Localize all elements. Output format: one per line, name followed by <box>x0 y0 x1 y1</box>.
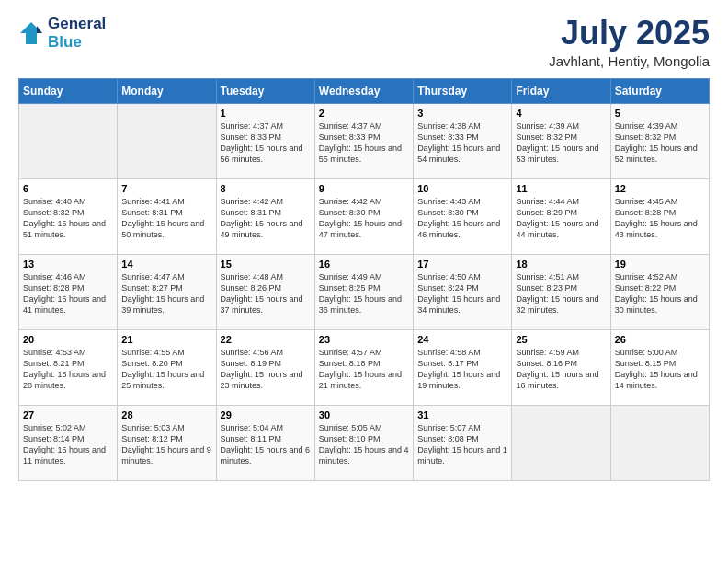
calendar-cell: 12Sunrise: 4:45 AMSunset: 8:28 PMDayligh… <box>610 178 709 254</box>
calendar-cell: 8Sunrise: 4:42 AMSunset: 8:31 PMDaylight… <box>216 178 314 254</box>
cell-info: Sunrise: 4:59 AMSunset: 8:16 PMDaylight:… <box>516 347 606 392</box>
cell-info: Sunrise: 5:00 AMSunset: 8:15 PMDaylight:… <box>615 347 705 392</box>
calendar-week-2: 6Sunrise: 4:40 AMSunset: 8:32 PMDaylight… <box>19 178 710 254</box>
day-number: 15 <box>221 259 311 270</box>
logo-text: General Blue <box>48 15 106 51</box>
calendar-cell: 22Sunrise: 4:56 AMSunset: 8:19 PMDayligh… <box>216 329 314 405</box>
calendar-cell: 27Sunrise: 5:02 AMSunset: 8:14 PMDayligh… <box>19 405 118 480</box>
calendar-cell: 1Sunrise: 4:37 AMSunset: 8:33 PMDaylight… <box>216 103 314 178</box>
day-number: 7 <box>121 183 211 194</box>
calendar-cell: 21Sunrise: 4:55 AMSunset: 8:20 PMDayligh… <box>118 329 216 405</box>
day-number: 18 <box>516 259 606 270</box>
day-number: 5 <box>615 108 705 119</box>
cell-info: Sunrise: 4:56 AMSunset: 8:19 PMDaylight:… <box>221 347 311 392</box>
month-title: July 2025 <box>549 15 710 52</box>
cell-info: Sunrise: 4:41 AMSunset: 8:31 PMDaylight:… <box>121 196 211 241</box>
day-header-sunday: Sunday <box>19 78 118 103</box>
day-number: 12 <box>615 183 705 194</box>
day-header-tuesday: Tuesday <box>216 78 314 103</box>
title-block: July 2025 Javhlant, Hentiy, Mongolia <box>549 15 710 69</box>
calendar-week-3: 13Sunrise: 4:46 AMSunset: 8:28 PMDayligh… <box>19 254 710 329</box>
day-number: 23 <box>319 334 409 345</box>
calendar-cell: 26Sunrise: 5:00 AMSunset: 8:15 PMDayligh… <box>610 329 709 405</box>
calendar-cell: 31Sunrise: 5:07 AMSunset: 8:08 PMDayligh… <box>414 405 512 480</box>
calendar-cell <box>118 103 216 178</box>
day-header-monday: Monday <box>118 78 216 103</box>
cell-info: Sunrise: 4:37 AMSunset: 8:33 PMDaylight:… <box>221 121 311 166</box>
calendar-cell: 13Sunrise: 4:46 AMSunset: 8:28 PMDayligh… <box>19 254 118 329</box>
cell-info: Sunrise: 4:49 AMSunset: 8:25 PMDaylight:… <box>319 271 409 316</box>
logo: General Blue <box>18 15 106 51</box>
cell-info: Sunrise: 4:42 AMSunset: 8:30 PMDaylight:… <box>319 196 409 241</box>
cell-info: Sunrise: 4:43 AMSunset: 8:30 PMDaylight:… <box>417 196 507 241</box>
day-header-wednesday: Wednesday <box>314 78 413 103</box>
day-number: 4 <box>516 108 606 119</box>
calendar-cell: 4Sunrise: 4:39 AMSunset: 8:32 PMDaylight… <box>512 103 610 178</box>
cell-info: Sunrise: 4:44 AMSunset: 8:29 PMDaylight:… <box>516 196 606 241</box>
cell-info: Sunrise: 4:39 AMSunset: 8:32 PMDaylight:… <box>615 121 705 166</box>
calendar-cell: 24Sunrise: 4:58 AMSunset: 8:17 PMDayligh… <box>414 329 512 405</box>
day-number: 8 <box>221 183 311 194</box>
day-number: 6 <box>23 183 113 194</box>
cell-info: Sunrise: 4:53 AMSunset: 8:21 PMDaylight:… <box>23 347 113 392</box>
calendar-cell: 6Sunrise: 4:40 AMSunset: 8:32 PMDaylight… <box>19 178 118 254</box>
cell-info: Sunrise: 5:04 AMSunset: 8:11 PMDaylight:… <box>221 422 311 467</box>
calendar-cell <box>19 103 118 178</box>
calendar-cell: 17Sunrise: 4:50 AMSunset: 8:24 PMDayligh… <box>414 254 512 329</box>
day-number: 17 <box>417 259 507 270</box>
calendar-cell: 29Sunrise: 5:04 AMSunset: 8:11 PMDayligh… <box>216 405 314 480</box>
day-number: 30 <box>319 409 409 420</box>
location-title: Javhlant, Hentiy, Mongolia <box>549 53 710 69</box>
cell-info: Sunrise: 5:07 AMSunset: 8:08 PMDaylight:… <box>417 422 507 467</box>
day-number: 24 <box>417 334 507 345</box>
day-number: 2 <box>319 108 409 119</box>
day-number: 14 <box>121 259 211 270</box>
cell-info: Sunrise: 4:39 AMSunset: 8:32 PMDaylight:… <box>516 121 606 166</box>
calendar-cell: 28Sunrise: 5:03 AMSunset: 8:12 PMDayligh… <box>118 405 216 480</box>
day-number: 10 <box>417 183 507 194</box>
day-header-saturday: Saturday <box>610 78 709 103</box>
cell-info: Sunrise: 4:37 AMSunset: 8:33 PMDaylight:… <box>319 121 409 166</box>
day-number: 11 <box>516 183 606 194</box>
calendar-cell: 5Sunrise: 4:39 AMSunset: 8:32 PMDaylight… <box>610 103 709 178</box>
page: General Blue July 2025 Javhlant, Hentiy,… <box>0 0 728 563</box>
day-number: 31 <box>417 409 507 420</box>
calendar-cell: 7Sunrise: 4:41 AMSunset: 8:31 PMDaylight… <box>118 178 216 254</box>
day-number: 1 <box>221 108 311 119</box>
day-number: 28 <box>121 409 211 420</box>
calendar-header-row: SundayMondayTuesdayWednesdayThursdayFrid… <box>19 78 710 103</box>
day-number: 13 <box>23 259 113 270</box>
day-number: 16 <box>319 259 409 270</box>
calendar-cell: 9Sunrise: 4:42 AMSunset: 8:30 PMDaylight… <box>314 178 413 254</box>
calendar-cell: 2Sunrise: 4:37 AMSunset: 8:33 PMDaylight… <box>314 103 413 178</box>
day-number: 22 <box>221 334 311 345</box>
calendar-week-1: 1Sunrise: 4:37 AMSunset: 8:33 PMDaylight… <box>19 103 710 178</box>
calendar-table: SundayMondayTuesdayWednesdayThursdayFrid… <box>18 78 710 481</box>
cell-info: Sunrise: 4:52 AMSunset: 8:22 PMDaylight:… <box>615 271 705 316</box>
calendar-cell: 3Sunrise: 4:38 AMSunset: 8:33 PMDaylight… <box>414 103 512 178</box>
day-header-thursday: Thursday <box>414 78 512 103</box>
cell-info: Sunrise: 4:50 AMSunset: 8:24 PMDaylight:… <box>417 271 507 316</box>
cell-info: Sunrise: 4:38 AMSunset: 8:33 PMDaylight:… <box>417 121 507 166</box>
calendar-cell: 15Sunrise: 4:48 AMSunset: 8:26 PMDayligh… <box>216 254 314 329</box>
cell-info: Sunrise: 4:55 AMSunset: 8:20 PMDaylight:… <box>121 347 211 392</box>
calendar-cell: 10Sunrise: 4:43 AMSunset: 8:30 PMDayligh… <box>414 178 512 254</box>
cell-info: Sunrise: 4:51 AMSunset: 8:23 PMDaylight:… <box>516 271 606 316</box>
calendar-cell <box>610 405 709 480</box>
day-number: 20 <box>23 334 113 345</box>
cell-info: Sunrise: 4:48 AMSunset: 8:26 PMDaylight:… <box>221 271 311 316</box>
calendar-week-5: 27Sunrise: 5:02 AMSunset: 8:14 PMDayligh… <box>19 405 710 480</box>
day-number: 26 <box>615 334 705 345</box>
day-number: 27 <box>23 409 113 420</box>
calendar-cell: 30Sunrise: 5:05 AMSunset: 8:10 PMDayligh… <box>314 405 413 480</box>
calendar-cell: 14Sunrise: 4:47 AMSunset: 8:27 PMDayligh… <box>118 254 216 329</box>
cell-info: Sunrise: 4:40 AMSunset: 8:32 PMDaylight:… <box>23 196 113 241</box>
cell-info: Sunrise: 5:05 AMSunset: 8:10 PMDaylight:… <box>319 422 409 467</box>
calendar-cell: 19Sunrise: 4:52 AMSunset: 8:22 PMDayligh… <box>610 254 709 329</box>
cell-info: Sunrise: 5:03 AMSunset: 8:12 PMDaylight:… <box>121 422 211 467</box>
cell-info: Sunrise: 4:45 AMSunset: 8:28 PMDaylight:… <box>615 196 705 241</box>
header: General Blue July 2025 Javhlant, Hentiy,… <box>18 15 710 69</box>
day-number: 9 <box>319 183 409 194</box>
cell-info: Sunrise: 4:57 AMSunset: 8:18 PMDaylight:… <box>319 347 409 392</box>
calendar-cell: 18Sunrise: 4:51 AMSunset: 8:23 PMDayligh… <box>512 254 610 329</box>
